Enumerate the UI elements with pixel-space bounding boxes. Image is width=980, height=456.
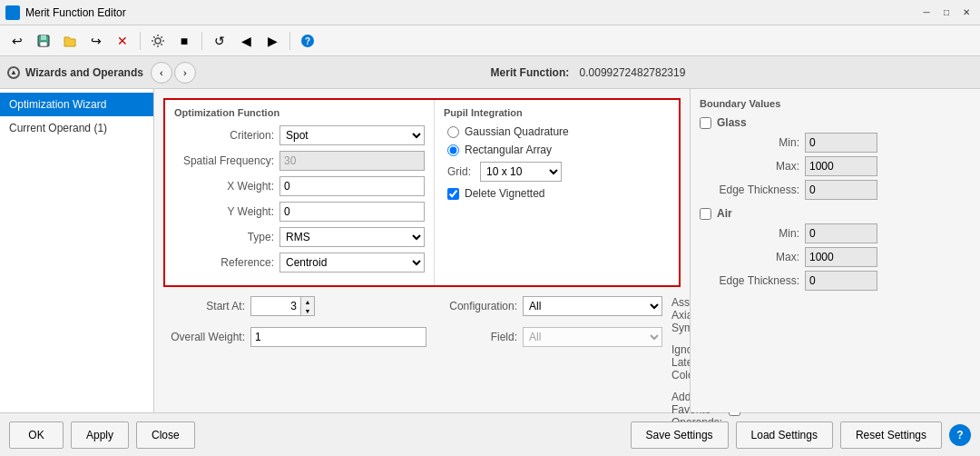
boundary-values-title: Boundary Values (700, 98, 971, 109)
air-max-input[interactable] (805, 247, 877, 267)
glass-min-input[interactable] (805, 133, 877, 153)
toolbar-open-button[interactable] (58, 29, 82, 53)
configuration-select[interactable]: All 1 2 (523, 296, 662, 316)
spinbox-up-button[interactable]: ▲ (301, 297, 314, 306)
spatial-frequency-input[interactable] (279, 151, 425, 171)
sidebar: Optimization Wizard Current Operand (1) (0, 89, 154, 412)
overall-weight-label: Overall Weight: (163, 331, 245, 343)
field-label: Field: (436, 331, 517, 343)
x-weight-label: X Weight: (174, 180, 274, 193)
glass-max-row: Max: (700, 156, 971, 176)
main-content: Optimization Wizard Current Operand (1) … (0, 89, 980, 412)
type-select[interactable]: RMS Mean Peak (279, 227, 425, 247)
lower-mid-panel: Configuration: All 1 2 Field: All 1 2 (436, 296, 662, 352)
field-select[interactable]: All 1 2 (523, 327, 662, 347)
y-weight-input[interactable] (279, 202, 425, 222)
air-edge-label: Edge Thickness: (718, 274, 799, 287)
field-row: Field: All 1 2 (436, 327, 662, 347)
glass-checkbox[interactable] (700, 117, 711, 129)
close-button-bottom[interactable]: Close (136, 421, 195, 449)
type-label: Type: (174, 231, 274, 243)
app-icon (5, 5, 20, 20)
toolbar-stop-button[interactable]: ■ (172, 29, 196, 53)
help-button-bottom[interactable]: ? (949, 424, 971, 446)
spatial-frequency-row: Spatial Frequency: (174, 151, 425, 171)
x-weight-input[interactable] (279, 176, 425, 196)
merit-function-value: 0.0099272482782319 (580, 66, 686, 79)
nav-next-button[interactable]: › (174, 62, 196, 84)
pupil-integration-panel: Pupil Integration Gaussian Quadrature Re… (435, 100, 679, 285)
toolbar-prev-button[interactable]: ◀ (234, 29, 258, 53)
save-settings-button[interactable]: Save Settings (631, 421, 729, 449)
air-max-row: Max: (700, 247, 971, 267)
air-edge-input[interactable] (805, 271, 877, 291)
nav-toggle[interactable]: ▲ Wizards and Operands (7, 66, 143, 79)
toolbar-separator-1 (140, 32, 141, 50)
minimize-button[interactable]: ─ (918, 5, 935, 21)
start-at-spinbox: ▲ ▼ (250, 296, 315, 316)
criterion-label: Criterion: (174, 129, 274, 142)
air-min-label: Min: (718, 227, 799, 240)
glass-max-label: Max: (718, 160, 799, 173)
toolbar-save-button[interactable] (32, 29, 55, 53)
boundary-values-panel: Boundary Values Glass Min: Max: Edge Thi… (690, 89, 980, 412)
title-bar: Merit Function Editor ─ □ ✕ (0, 0, 980, 25)
toolbar-next-button[interactable]: ▶ (260, 29, 284, 53)
svg-rect-1 (41, 35, 46, 40)
toolbar: ↩ ↪ ✕ ■ ↺ ◀ ▶ ? (0, 25, 980, 56)
reset-settings-button[interactable]: Reset Settings (840, 421, 942, 449)
maximize-button[interactable]: □ (938, 5, 955, 21)
optimization-function-title: Optimization Function (174, 107, 425, 118)
merit-function-info: Merit Function: 0.0099272482782319 (203, 66, 973, 79)
spinbox-down-button[interactable]: ▼ (301, 306, 314, 315)
reference-select[interactable]: Centroid Chief Ray Vertex (279, 253, 425, 273)
nav-bar: ▲ Wizards and Operands ‹ › Merit Functio… (0, 56, 980, 89)
delete-vignetted-checkbox[interactable] (447, 188, 459, 200)
sidebar-item-optimization-wizard[interactable]: Optimization Wizard (0, 93, 153, 116)
lower-left-panel: Start At: ▲ ▼ Overall Weight: (163, 296, 426, 352)
svg-point-3 (155, 38, 161, 44)
delete-vignetted-label: Delete Vignetted (465, 187, 545, 200)
glass-label: Glass (717, 116, 747, 129)
air-header: Air (700, 207, 971, 220)
center-panel: Optimization Function Criterion: Spot Wa… (154, 89, 690, 412)
overall-weight-input[interactable] (250, 327, 426, 347)
spatial-frequency-label: Spatial Frequency: (174, 154, 274, 167)
load-settings-button[interactable]: Load Settings (736, 421, 833, 449)
optimization-function-panel: Optimization Function Criterion: Spot Wa… (165, 100, 435, 285)
toolbar-settings-button[interactable] (146, 29, 170, 53)
toolbar-redo-button[interactable]: ↪ (84, 29, 108, 53)
svg-text:?: ? (305, 36, 310, 46)
toolbar-delete-button[interactable]: ✕ (111, 29, 134, 53)
grid-select[interactable]: 2 x 2 4 x 4 6 x 6 8 x 8 10 x 10 12 x 12 (480, 162, 562, 182)
type-row: Type: RMS Mean Peak (174, 227, 425, 247)
wizard-box: Optimization Function Criterion: Spot Wa… (163, 98, 681, 287)
rectangular-row: Rectangular Array (444, 144, 670, 156)
toolbar-help-button[interactable]: ? (296, 29, 319, 53)
rectangular-radio[interactable] (447, 144, 459, 156)
air-group: Air Min: Max: Edge Thickness: (700, 207, 971, 291)
toolbar-refresh-button[interactable]: ↺ (208, 29, 231, 53)
start-at-input[interactable] (250, 296, 300, 316)
nav-prev-button[interactable]: ‹ (151, 62, 172, 84)
start-at-label: Start At: (163, 300, 245, 312)
air-checkbox[interactable] (700, 208, 711, 220)
reference-row: Reference: Centroid Chief Ray Vertex (174, 253, 425, 273)
grid-label: Grid: (447, 165, 471, 178)
glass-header: Glass (700, 116, 971, 129)
glass-edge-input[interactable] (805, 180, 877, 200)
close-button[interactable]: ✕ (958, 5, 975, 21)
lower-section: Start At: ▲ ▼ Overall Weight: (163, 296, 681, 432)
gaussian-radio[interactable] (447, 126, 459, 138)
rectangular-label: Rectangular Array (465, 144, 552, 156)
apply-button[interactable]: Apply (71, 421, 129, 449)
air-min-row: Min: (700, 223, 971, 243)
glass-edge-row: Edge Thickness: (700, 180, 971, 200)
sidebar-item-current-operand[interactable]: Current Operand (1) (0, 116, 153, 140)
toolbar-undo-button[interactable]: ↩ (5, 29, 29, 53)
air-min-input[interactable] (805, 223, 877, 243)
ok-button[interactable]: OK (9, 421, 64, 449)
glass-max-input[interactable] (805, 156, 877, 176)
criterion-select[interactable]: Spot Wavefront MTF (279, 125, 425, 145)
gaussian-row: Gaussian Quadrature (444, 125, 670, 138)
